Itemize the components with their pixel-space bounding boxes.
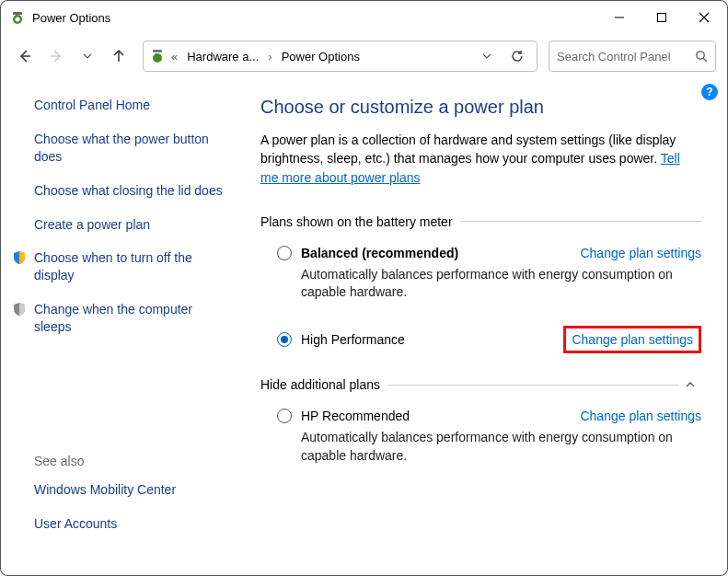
forward-button[interactable] <box>43 43 69 69</box>
see-also-header: See also <box>34 454 225 468</box>
svg-rect-1 <box>13 12 22 15</box>
sidebar-closing-lid[interactable]: Choose what closing the lid does <box>34 182 225 200</box>
svg-point-2 <box>16 17 20 22</box>
sidebar-turn-off-display[interactable]: Choose when to turn off the display <box>34 249 225 284</box>
up-button[interactable] <box>106 43 132 69</box>
power-options-icon <box>10 10 25 25</box>
search-icon <box>695 50 708 63</box>
window: Power Options « Hardware a... › Power Op… <box>0 0 728 576</box>
change-plan-link-high[interactable]: Change plan settings <box>563 326 701 353</box>
user-accounts-link[interactable]: User Accounts <box>34 515 225 533</box>
radio-hp-recommended[interactable] <box>277 409 292 423</box>
chevron-right-icon[interactable]: › <box>266 50 273 63</box>
sidebar-computer-sleeps[interactable]: Change when the computer sleeps <box>34 301 225 336</box>
breadcrumb-current[interactable]: Power Options <box>278 48 364 65</box>
svg-point-10 <box>153 53 162 63</box>
change-plan-link-balanced[interactable]: Change plan settings <box>580 246 701 260</box>
back-button[interactable] <box>12 43 38 69</box>
radio-balanced[interactable] <box>277 246 292 260</box>
main-panel: Choose or customize a power plan A power… <box>235 78 727 575</box>
plan-name[interactable]: HP Recommended <box>301 409 410 423</box>
group-battery-meter: Plans shown on the battery meter <box>260 214 701 229</box>
plan-desc: Automatically balances performance with … <box>301 429 701 465</box>
control-panel-home-link[interactable]: Control Panel Home <box>34 97 225 114</box>
breadcrumb-parent[interactable]: Hardware a... <box>183 48 262 65</box>
close-button[interactable] <box>683 3 725 32</box>
control-panel-icon <box>149 48 166 64</box>
sidebar: Control Panel Home Choose what the power… <box>1 78 235 575</box>
collapse-icon[interactable] <box>679 378 701 391</box>
svg-line-13 <box>703 58 707 62</box>
sidebar-power-button[interactable]: Choose what the power button does <box>34 131 225 166</box>
maximize-button[interactable] <box>641 3 683 32</box>
shield-icon <box>12 302 27 317</box>
group-additional-plans[interactable]: Hide additional plans <box>260 377 701 392</box>
nav-toolbar: « Hardware a... › Power Options Search C… <box>1 34 727 78</box>
plan-name[interactable]: Balanced (recommended) <box>301 246 458 260</box>
radio-high-performance[interactable] <box>277 332 292 347</box>
change-plan-link-hp[interactable]: Change plan settings <box>580 409 701 423</box>
svg-point-12 <box>697 52 704 59</box>
recent-dropdown[interactable] <box>75 43 100 69</box>
minimize-button[interactable] <box>598 3 641 32</box>
address-bar[interactable]: « Hardware a... › Power Options <box>143 40 537 72</box>
content: ? Control Panel Home Choose what the pow… <box>1 78 727 575</box>
sidebar-create-plan[interactable]: Create a power plan <box>34 216 225 234</box>
search-placeholder: Search Control Panel <box>557 50 689 63</box>
search-box[interactable]: Search Control Panel <box>549 40 716 72</box>
window-title: Power Options <box>32 11 598 25</box>
mobility-center-link[interactable]: Windows Mobility Center <box>34 481 225 499</box>
see-also-section: See also Windows Mobility Center User Ac… <box>34 454 225 566</box>
plan-name[interactable]: High Performance <box>301 332 405 347</box>
page-description: A power plan is a collection of hardware… <box>260 131 701 187</box>
chevron-left-icon: « <box>169 50 179 63</box>
address-dropdown[interactable] <box>474 43 500 69</box>
shield-icon <box>12 250 27 265</box>
plan-balanced: Balanced (recommended) Change plan setti… <box>260 246 701 302</box>
refresh-button[interactable] <box>503 49 531 63</box>
help-button[interactable]: ? <box>701 84 718 100</box>
plan-desc: Automatically balances performance with … <box>301 266 701 302</box>
titlebar: Power Options <box>1 1 727 34</box>
plan-high-performance: High Performance Change plan settings <box>260 326 701 353</box>
svg-rect-4 <box>658 14 666 22</box>
plan-hp-recommended: HP Recommended Change plan settings Auto… <box>260 409 701 465</box>
page-heading: Choose or customize a power plan <box>260 97 701 118</box>
svg-rect-11 <box>153 50 162 52</box>
